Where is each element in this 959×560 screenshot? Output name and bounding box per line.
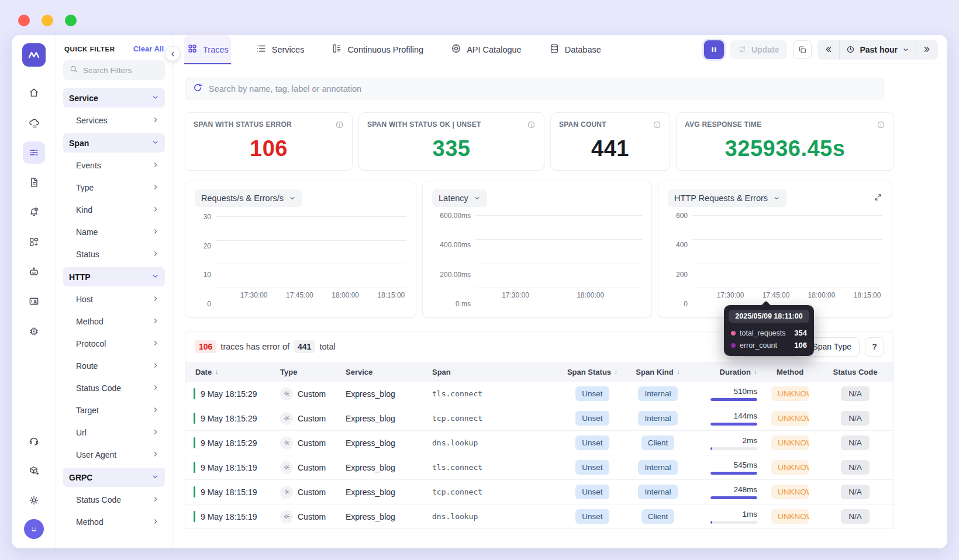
infrastructure-icon[interactable] [23,112,45,134]
logs-icon[interactable] [23,171,45,193]
time-range-dropdown[interactable]: Past hour [839,40,916,60]
clear-all-link[interactable]: Clear All [133,44,164,53]
tab-services[interactable]: Services [253,35,307,64]
filter-section-service[interactable]: Service [63,88,165,108]
ai-bot-icon[interactable] [23,261,45,283]
time-range-control: Past hour [817,40,938,60]
trace-span-name: dns.lookup [432,438,478,447]
tooltip-timestamp: 2025/05/09 18:11:00 [729,310,809,323]
expand-icon[interactable] [874,193,882,204]
filter-item-method[interactable]: Method [63,511,165,533]
support-icon[interactable] [23,430,45,452]
column-header-span-status[interactable]: Span Status↓ [560,368,625,376]
chart-metric-dropdown[interactable]: Requests/s & Errors/s [195,189,302,207]
trace-service: Express_blog [346,488,395,497]
trace-date: 9 May 18:15:19 [201,488,257,497]
filter-search[interactable] [63,60,165,80]
filter-section-http[interactable]: HTTP [63,267,165,286]
middleware-logo[interactable] [22,43,46,67]
trace-row[interactable]: 9 May 18:15:29 Custom Express_blog dns.l… [185,431,894,455]
chart-metric-dropdown[interactable]: Latency [432,189,487,207]
processor-icon[interactable] [23,320,45,343]
trace-search-input[interactable] [209,84,877,94]
close-window-button[interactable] [18,15,30,26]
filter-item-status-code[interactable]: Status Code [63,489,165,511]
filter-item-status-code[interactable]: Status Code [63,377,165,399]
filter-section-label: Service [69,94,98,103]
update-button[interactable]: Update [730,40,787,59]
filter-search-input[interactable] [83,66,153,75]
info-icon[interactable] [335,120,344,132]
trace-row[interactable]: 9 May 18:15:19 Custom Express_blog tcp.c… [185,480,894,504]
stat-value: 441 [559,136,661,161]
filter-item-events[interactable]: Events [63,154,165,177]
settings-icon[interactable] [23,489,45,511]
trace-date: 9 May 18:15:29 [201,389,257,399]
filter-item-method[interactable]: Method [63,310,165,333]
tab-traces[interactable]: Traces [184,35,231,64]
sort-desc-icon[interactable]: ↓ [677,368,680,376]
time-forward-button[interactable] [916,40,938,60]
rum-icon[interactable] [23,291,45,313]
info-icon[interactable] [527,120,536,132]
chart-metric-dropdown[interactable]: HTTP Requests & Errors [668,189,786,207]
filter-item-protocol[interactable]: Protocol [63,333,165,355]
trace-row[interactable]: 9 May 18:15:19 Custom Express_blog dns.l… [185,504,894,529]
span-status-badge: Unset [575,411,609,426]
filter-section-label: GRPC [69,473,92,482]
tab-continuous-profiling[interactable]: Continuous Profiling [329,35,426,64]
chart-plot-area[interactable]: 17:30:0018:00:00 [475,213,642,288]
status-accent-bar [194,437,195,448]
column-header-span-kind[interactable]: Span Kind↓ [625,368,691,376]
maximize-window-button[interactable] [65,15,77,26]
sort-desc-icon[interactable]: ↓ [754,368,757,376]
trace-row[interactable]: 9 May 18:15:19 Custom Express_blog tls.c… [185,455,894,480]
minimize-window-button[interactable] [42,15,53,26]
column-header-date[interactable]: Date↓ [185,368,274,376]
tooltip-series-name: error_count [740,341,790,350]
tab-database[interactable]: Database [546,35,603,64]
pause-button[interactable] [704,40,724,59]
method-badge: UNKNOWN [771,411,809,426]
column-header-duration[interactable]: Duration↓ [691,368,763,376]
filter-item-host[interactable]: Host [63,288,165,310]
filter-section-grpc[interactable]: GRPC [63,468,165,487]
filter-item-url[interactable]: Url [63,421,165,444]
filter-item-user-agent[interactable]: User Agent [63,444,165,466]
trace-search-bar[interactable] [185,78,884,99]
filter-item-name[interactable]: Name [63,221,165,243]
user-avatar[interactable] [24,519,44,539]
filter-item-services[interactable]: Services [63,109,165,132]
filter-item-target[interactable]: Target [63,399,165,421]
stat-card-0: SPAN WITH STATUS ERROR 106 [185,112,353,171]
filter-item-status[interactable]: Status [63,243,165,265]
filter-item-kind[interactable]: Kind [63,199,165,221]
stat-card-3: AVG RESPONSE TIME 325936.45s [676,112,894,171]
trace-service: Express_blog [346,414,395,423]
chart-plot-area[interactable]: 17:30:0017:45:0018:00:0018:15:00 [216,213,406,288]
trace-row[interactable]: 9 May 18:15:29 Custom Express_blog tcp.c… [185,406,894,431]
trace-date: 9 May 18:15:19 [201,512,257,521]
info-icon[interactable] [653,120,661,132]
home-icon[interactable] [23,82,45,104]
chart-plot-area[interactable]: 17:30:0017:45:0018:00:0018:15:00 [692,213,882,288]
y-axis-tick-label: 600.00ms [440,212,471,220]
filter-section-span[interactable]: Span [63,133,165,153]
sort-desc-icon[interactable]: ↓ [614,368,618,376]
time-back-button[interactable] [817,40,839,60]
collapse-filters-button[interactable] [165,46,180,61]
filter-item-route[interactable]: Route [63,355,165,377]
span-kind-badge: Internal [638,485,677,499]
filter-section-label: Span [69,139,89,148]
tab-api-catalogue[interactable]: API Catalogue [448,35,524,64]
traces-icon[interactable] [23,141,45,164]
dashboards-icon[interactable] [23,231,45,253]
alerts-icon[interactable] [23,201,45,223]
trace-row[interactable]: 9 May 18:15:29 Custom Express_blog tls.c… [185,382,894,406]
info-icon[interactable] [877,120,885,132]
filter-item-type[interactable]: Type [63,177,165,199]
help-button[interactable]: ? [865,337,884,357]
sort-desc-icon[interactable]: ↓ [215,368,218,376]
copy-icon[interactable] [793,40,812,59]
integrations-icon[interactable] [23,459,45,482]
